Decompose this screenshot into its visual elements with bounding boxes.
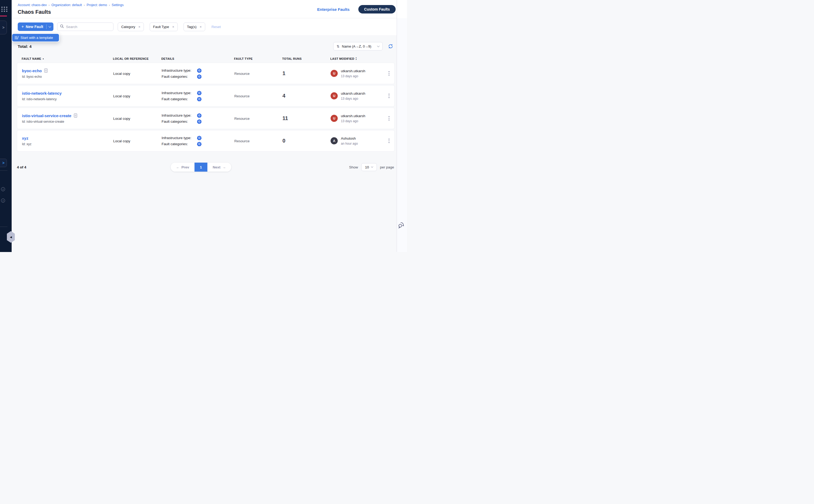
custom-faults-button[interactable]: Custom Faults xyxy=(358,5,396,13)
content: Total: 4 ⇅ Name (A→Z, 0→9) Fault N xyxy=(12,35,397,252)
filter-chip-fault-type[interactable]: Fault Type × xyxy=(150,22,178,31)
sort-dropdown[interactable]: ⇅ Name (A→Z, 0→9) xyxy=(333,42,383,51)
fault-name-link[interactable]: xyz xyxy=(22,136,28,140)
refresh-button[interactable] xyxy=(388,44,393,49)
avatar: U xyxy=(331,70,338,77)
modified-time: an hour ago xyxy=(341,142,358,145)
table-header-row: Fault Name ▲ Local or Reference Details … xyxy=(17,54,395,63)
total-count: Total: 4 xyxy=(18,44,31,49)
table-row[interactable]: xyzId: xyzLocal copyInfrastructure type:… xyxy=(17,130,395,152)
active-module-indicator xyxy=(0,16,7,16)
new-fault-button[interactable]: + New Fault xyxy=(18,22,53,31)
page-summary: 4 of 4 xyxy=(17,165,26,169)
sidebar-expand-button[interactable]: > xyxy=(0,159,7,167)
kubernetes-icon xyxy=(197,91,202,95)
fault-name-link[interactable]: istio-virtual-service-create xyxy=(22,113,71,118)
row-menu-button[interactable] xyxy=(384,70,394,77)
enterprise-faults-link[interactable]: Enterprise Faults xyxy=(317,7,350,12)
next-page-button[interactable]: Next → xyxy=(207,163,231,172)
search-box xyxy=(57,22,113,31)
right-gutter xyxy=(397,0,407,252)
breadcrumb-separator: › xyxy=(84,3,85,7)
plus-icon: + xyxy=(21,24,24,29)
column-last-modified[interactable]: Last Modified ▲▼ xyxy=(330,57,384,60)
info-icon[interactable]: i xyxy=(1,199,5,203)
breadcrumb: Account: chaos-dev › Organization: defau… xyxy=(18,3,124,7)
kubernetes-icon xyxy=(197,136,202,140)
fault-type-value: Resource xyxy=(234,117,250,121)
fault-name-link[interactable]: istio-network-latency xyxy=(22,91,62,95)
fault-name-link[interactable]: byoc-echo xyxy=(22,68,42,73)
fault-id: Id: xyz xyxy=(22,142,113,146)
local-or-reference-value: Local copy xyxy=(113,72,130,76)
modified-time: 13 days ago xyxy=(341,119,365,123)
prev-page-button[interactable]: ← Prev xyxy=(171,163,194,172)
copy-manifest-icon[interactable] xyxy=(74,113,77,118)
chevron-down-icon[interactable] xyxy=(49,25,51,28)
page-size-dropdown[interactable]: 10 xyxy=(361,163,377,171)
kubernetes-icon xyxy=(197,113,202,118)
filter-chip-tags[interactable]: Tag(s) × xyxy=(184,22,205,31)
kubernetes-icon xyxy=(197,68,202,73)
modified-by: utkarsh.utkarsh xyxy=(341,114,365,118)
rail-divider xyxy=(0,170,7,171)
row-menu-button[interactable] xyxy=(384,138,394,144)
filter-chip-category[interactable]: Category × xyxy=(118,22,144,31)
fault-id: Id: istio-network-latency xyxy=(22,97,113,101)
arrow-right-icon: → xyxy=(222,165,226,169)
rail-divider xyxy=(0,227,7,227)
breadcrumb-settings[interactable]: Settings xyxy=(112,3,124,7)
table-row[interactable]: byoc-echoId: byoc-echoLocal copyInfrastr… xyxy=(17,63,395,84)
local-or-reference-value: Local copy xyxy=(113,139,130,143)
pager: ← Prev 1 Next → xyxy=(171,163,231,172)
kubernetes-icon xyxy=(197,119,202,124)
local-or-reference-value: Local copy xyxy=(113,117,130,121)
modified-by: utkarsh.utkarsh xyxy=(341,69,365,73)
left-nav-rail: > > i i xyxy=(0,0,12,252)
module-expand-button[interactable]: > xyxy=(0,21,7,34)
search-input[interactable] xyxy=(66,25,111,29)
breadcrumb-organization[interactable]: Organization: default xyxy=(51,3,82,7)
modified-by: utkarsh.utkarsh xyxy=(341,91,365,95)
infrastructure-type-label: Infrastructure type: xyxy=(162,136,193,140)
modified-time: 13 days ago xyxy=(341,97,365,100)
main-area: Account: chaos-dev › Organization: defau… xyxy=(12,0,397,252)
fault-type-value: Resource xyxy=(234,72,250,76)
info-icon[interactable]: i xyxy=(1,187,5,191)
table-row[interactable]: istio-virtual-service-createId: istio-vi… xyxy=(17,108,395,129)
close-icon[interactable]: × xyxy=(138,25,140,29)
column-details: Details xyxy=(161,57,234,60)
kubernetes-icon xyxy=(197,74,202,79)
apps-grid-icon[interactable] xyxy=(1,7,8,12)
new-fault-dropdown: Start with a template xyxy=(12,33,60,42)
chevron-down-icon xyxy=(371,166,373,168)
show-label: Show xyxy=(349,165,358,169)
close-icon[interactable]: × xyxy=(200,25,202,29)
infrastructure-type-label: Infrastructure type: xyxy=(162,113,193,117)
page-header: Account: chaos-dev › Organization: defau… xyxy=(12,0,397,18)
pagination-row: 4 of 4 ← Prev 1 Next → Show 10 per page xyxy=(17,163,395,171)
total-runs-value: 11 xyxy=(282,115,288,121)
fault-categories-label: Fault categories: xyxy=(162,142,193,146)
copy-manifest-icon[interactable] xyxy=(44,68,48,73)
row-menu-button[interactable] xyxy=(384,115,394,122)
start-with-template-menu-item[interactable]: Start with a template xyxy=(12,34,59,42)
per-page-label: per page xyxy=(380,165,394,169)
column-fault-name[interactable]: Fault Name ▲ xyxy=(17,57,113,60)
fault-id: Id: istio-virtual-service-create xyxy=(22,120,113,123)
fault-details: Infrastructure type:Fault categories: xyxy=(162,91,234,101)
new-fault-label: New Fault xyxy=(26,25,43,29)
support-chat-icon[interactable] xyxy=(397,222,405,231)
fault-details: Infrastructure type:Fault categories: xyxy=(162,136,234,146)
breadcrumb-account[interactable]: Account: chaos-dev xyxy=(18,3,47,7)
current-page-button[interactable]: 1 xyxy=(194,163,207,172)
reset-filters-link[interactable]: Reset xyxy=(212,25,221,29)
row-menu-button[interactable] xyxy=(384,93,394,99)
close-icon[interactable]: × xyxy=(172,25,174,29)
page-title: Chaos Faults xyxy=(18,9,51,15)
fault-id: Id: byoc-echo xyxy=(22,75,113,79)
breadcrumb-project[interactable]: Project: demo xyxy=(87,3,107,7)
sort-arrows-icon: ⇅ xyxy=(337,44,340,48)
table-row[interactable]: istio-network-latencyId: istio-network-l… xyxy=(17,85,395,107)
modified-by: Ashutosh xyxy=(341,136,358,140)
